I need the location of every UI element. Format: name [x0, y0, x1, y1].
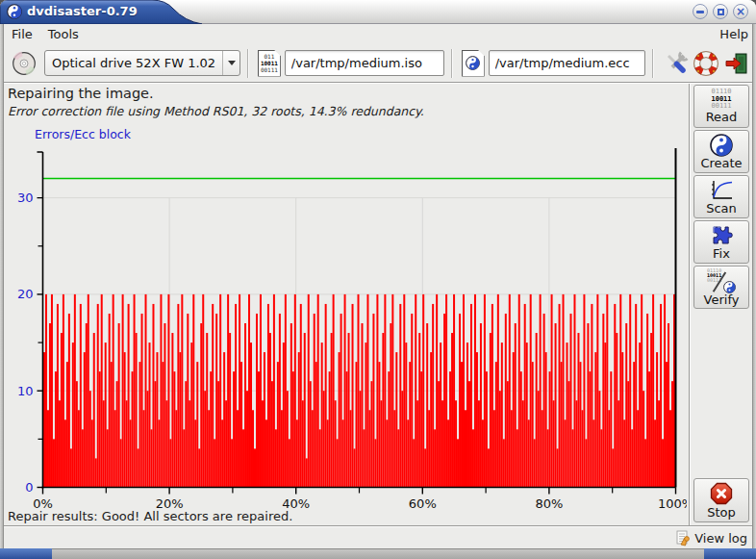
menu-tools[interactable]: Tools: [40, 25, 87, 43]
combo-arrow-box[interactable]: [222, 51, 239, 75]
close-icon: ×: [736, 6, 745, 17]
window-border: [0, 24, 4, 559]
svg-text:60%: 60%: [409, 496, 437, 511]
image-file-input[interactable]: [285, 50, 444, 76]
drive-select-value: Optical drive 52X FW 1.02: [45, 56, 222, 70]
separator: [689, 84, 691, 525]
preferences-tools-icon: [664, 51, 689, 76]
separator: [0, 82, 756, 84]
window-border: [752, 24, 756, 559]
binary-row: 011: [264, 53, 274, 60]
stop-button-label: Stop: [707, 506, 736, 520]
maximize-button[interactable]: [713, 4, 728, 19]
svg-text:80%: 80%: [535, 496, 563, 511]
iso-file-icon: 011 10011 00111: [258, 50, 281, 77]
toolbar: Optical drive 52X FW 1.02 011 10011 0011…: [4, 44, 752, 82]
quit-door-icon: [724, 51, 749, 76]
view-log-button[interactable]: View log: [675, 530, 752, 546]
create-button[interactable]: Create: [693, 130, 749, 173]
menubar: File Tools Help: [4, 24, 752, 44]
read-button[interactable]: 01110 10011 00111 Read: [693, 85, 749, 128]
quit-button[interactable]: [723, 50, 750, 77]
errors-chart: Errors/Ecc block01020300%20%40%60%80%100…: [0, 125, 687, 515]
action-sidebar: 01110 10011 00111 Read Create Scan Fix: [692, 84, 752, 525]
toolbar-separator: [247, 49, 249, 78]
window-border[interactable]: [0, 548, 756, 559]
minimize-button[interactable]: [693, 4, 708, 19]
help-button[interactable]: [693, 50, 719, 77]
ecc-file-input[interactable]: [489, 50, 645, 76]
status-heading: Repairing the image.: [8, 86, 154, 101]
resize-corner[interactable]: [0, 548, 52, 559]
minimize-icon: [696, 11, 704, 13]
stop-button[interactable]: Stop: [693, 478, 749, 522]
status-subheading: Error correction file using Method RS01,…: [8, 104, 424, 118]
yin-yang-icon: [710, 134, 733, 157]
scan-curve-icon: [709, 179, 734, 202]
verify-button[interactable]: 01110 10011 00111 Verify: [693, 266, 749, 309]
svg-text:30: 30: [17, 191, 34, 205]
fix-button-label: Fix: [713, 247, 730, 261]
drive-select[interactable]: Optical drive 52X FW 1.02: [44, 50, 240, 76]
maximize-icon: [718, 9, 724, 15]
chevron-down-icon: [228, 61, 236, 65]
dvdisaster-logo-icon: [7, 4, 22, 19]
help-lifebuoy-icon: [693, 51, 718, 76]
resize-corner[interactable]: [704, 548, 756, 559]
close-button[interactable]: ×: [733, 4, 748, 19]
binary-block-icon: 01110 10011 00111: [711, 89, 731, 111]
result-text: Repair results: Good! All sectors are re…: [8, 509, 292, 523]
menu-file[interactable]: File: [4, 25, 40, 43]
verify-button-label: Verify: [704, 293, 740, 307]
window-title: dvdisaster-0.79: [27, 4, 138, 18]
scan-button[interactable]: Scan: [693, 175, 749, 218]
binary-yinyang-icon: 01110 10011 00111: [707, 268, 736, 293]
svg-text:10: 10: [17, 384, 34, 398]
preferences-button[interactable]: [663, 50, 690, 77]
titlebar[interactable]: dvdisaster-0.79 ×: [0, 0, 756, 24]
svg-text:20: 20: [17, 287, 34, 301]
footer-bar: View log: [4, 527, 752, 548]
binary-row: 10011: [261, 60, 278, 66]
stop-octagon-icon: [709, 481, 734, 506]
view-log-label: View log: [694, 531, 747, 546]
svg-text:0: 0: [25, 480, 33, 495]
app-window: dvdisaster-0.79 × File Tools Help Optica…: [0, 0, 756, 559]
svg-text:Errors/Ecc block: Errors/Ecc block: [35, 127, 132, 141]
svg-text:100%: 100%: [658, 496, 687, 511]
toolbar-separator: [652, 49, 654, 78]
toolbar-separator: [451, 49, 453, 78]
binary-row: 00111: [261, 66, 278, 73]
log-hand-icon: [675, 530, 692, 546]
create-button-label: Create: [700, 157, 742, 170]
ecc-file-icon: [462, 50, 485, 77]
menu-help[interactable]: Help: [712, 25, 752, 43]
scan-button-label: Scan: [706, 202, 737, 216]
read-button-label: Read: [706, 111, 738, 124]
puzzle-icon: [710, 223, 734, 247]
fix-button[interactable]: Fix: [693, 220, 749, 264]
cd-disc-icon: [12, 51, 37, 76]
